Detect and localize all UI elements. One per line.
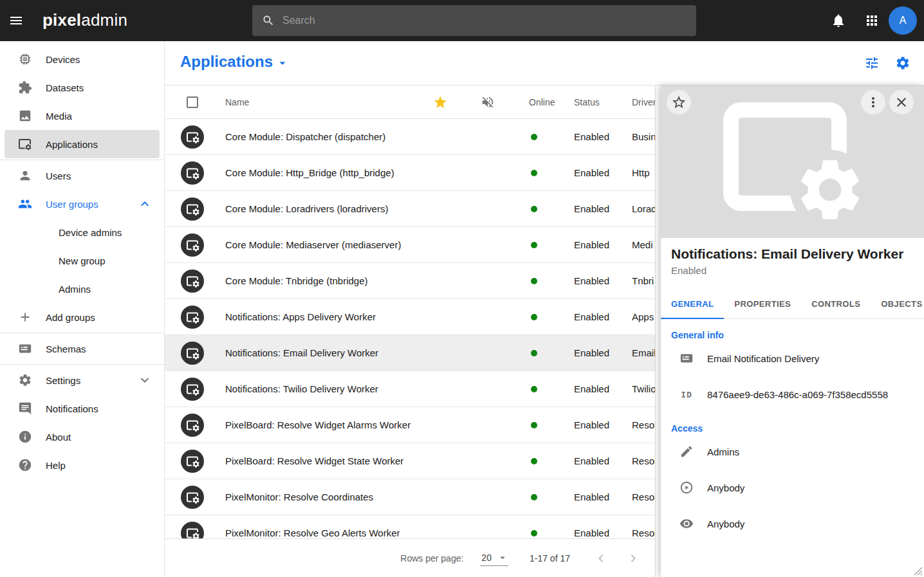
chevron-down-icon [137,372,152,388]
detail-tabs: GENERAL PROPERTIES CONTROLS OBJECTS [661,289,924,319]
sidebar-item-about[interactable]: About [0,423,164,451]
row-status: Enabled [557,383,614,394]
column-header-status[interactable]: Status [557,97,614,107]
table-row[interactable]: PixelMonitor: Resolve Coordinates Enable… [165,479,655,515]
rows-per-page-value: 20 [481,553,492,563]
sidebar-item-settings[interactable]: Settings [0,366,164,394]
sidebar-item-label: About [46,432,71,443]
app-hero-icon [722,102,864,221]
access-row-read: Anybody [661,506,924,542]
access-heading: Access [671,423,914,434]
sidebar-nav: Devices Datasets Media Applications User… [0,41,165,577]
people-icon [17,196,33,212]
schema-value: Email Notification Delivery [707,353,819,364]
column-header-online[interactable]: Online [512,97,557,107]
sidebar-item-label: User groups [46,199,98,210]
row-status: Enabled [557,347,614,358]
page-title: Applications [180,53,273,71]
sidebar-item-label: Notifications [46,403,98,414]
tab-objects[interactable]: OBJECTS [871,289,924,318]
tab-properties[interactable]: PROPERTIES [724,289,801,318]
sidebar-item-new-group[interactable]: New group [0,246,164,275]
online-dot [531,242,537,248]
rows-per-page-select[interactable]: 20 [480,551,508,566]
sidebar-item-notifications[interactable]: Notifications [0,394,164,423]
sidebar-item-label: Settings [46,375,80,386]
app-row-icon [181,125,204,149]
table-row[interactable]: Core Module: Mediaserver (mediaserver) E… [165,227,655,263]
close-panel-button[interactable] [889,90,914,114]
online-dot [531,530,537,536]
sidebar-divider [0,160,164,160]
sidebar-item-applications[interactable]: Applications [5,130,160,158]
sidebar-item-label: Device admins [59,227,122,238]
table-row[interactable]: Notifications: Twilio Delivery Worker En… [165,371,655,407]
row-status: Enabled [557,275,614,286]
row-driver: Resol [614,419,655,430]
sidebar-item-admins[interactable]: Admins [0,275,164,303]
row-driver: Http [614,167,655,178]
sidebar-item-datasets[interactable]: Datasets [0,73,164,102]
sidebar-item-user-groups[interactable]: User groups [0,190,164,218]
detail-title: Notifications: Email Delivery Worker [671,246,914,262]
app-row-icon [181,486,204,509]
column-header-driver[interactable]: Driver [614,97,655,107]
select-all-checkbox[interactable] [187,96,198,108]
row-status: Enabled [557,491,614,502]
next-page-icon[interactable] [625,551,641,566]
table-row[interactable]: PixelBoard: Resolve Widget State Worker … [165,443,655,479]
table-row[interactable]: Notifications: Apps Delivery Worker Enab… [165,299,655,335]
access-value: Admins [707,446,739,457]
settings-gear-icon[interactable] [895,55,910,71]
app-row-icon [181,161,204,185]
person-icon [17,168,33,183]
sidebar-item-media[interactable]: Media [0,102,164,130]
sidebar-item-users[interactable]: Users [0,161,164,190]
table-row[interactable]: Core Module: Http_Bridge (http_bridge) E… [165,155,655,191]
schema-info-row: Email Notification Delivery [661,340,924,376]
table-row[interactable]: Core Module: Tnbridge (tnbridge) Enabled… [165,263,655,299]
favorite-star-button[interactable] [667,90,691,114]
user-avatar[interactable]: A [889,6,917,35]
previous-page-icon[interactable] [593,551,609,566]
hamburger-menu-icon[interactable] [8,13,24,28]
sidebar-item-device-admins[interactable]: Device admins [0,218,164,246]
volume-off-icon [481,95,495,109]
row-driver: Apps [614,311,655,322]
close-icon [894,95,909,110]
filter-tune-icon[interactable] [864,55,880,71]
column-header-name[interactable]: Name [220,97,416,107]
search-icon [262,14,275,27]
app-row-icon [181,450,204,473]
page-title-dropdown[interactable]: Applications [180,53,290,71]
tab-controls[interactable]: CONTROLS [801,289,871,318]
sidebar-item-label: Applications [46,139,98,150]
search-input[interactable] [275,5,696,36]
sidebar-item-add-groups[interactable]: Add groups [0,303,164,331]
table-row[interactable]: Core Module: Loradrivers (loradrivers) E… [165,191,655,227]
resize-handle[interactable] [914,567,923,576]
detail-hero [661,86,924,238]
table-row-selected[interactable]: Notifications: Email Delivery Worker Ena… [165,335,655,371]
table-row[interactable]: Core Module: Dispatcher (dispatcher) Ena… [165,119,655,155]
table-row[interactable]: PixelBoard: Resolve Widget Alarms Worker… [165,407,655,443]
column-header-muted[interactable] [464,95,512,109]
row-status: Enabled [557,203,614,214]
row-name: Core Module: Http_Bridge (http_bridge) [220,167,416,178]
row-driver: Medi [614,239,655,250]
chevron-up-icon [137,196,152,212]
sidebar-item-schemas[interactable]: Schemas [0,334,164,363]
apps-grid-icon[interactable] [864,13,880,28]
online-dot [531,386,537,392]
app-logo: pixeladmin [42,10,127,30]
row-driver: Resol [614,527,655,538]
tab-general[interactable]: GENERAL [661,289,724,318]
column-header-favorite[interactable] [416,95,464,110]
notifications-bell-icon[interactable] [831,13,846,28]
sidebar-item-help[interactable]: Help [0,451,164,479]
more-options-button[interactable] [861,90,885,114]
access-value: Anybody [707,518,744,529]
app-row-icon [181,270,204,293]
row-driver: Lorad [614,203,655,214]
sidebar-item-devices[interactable]: Devices [0,45,164,73]
